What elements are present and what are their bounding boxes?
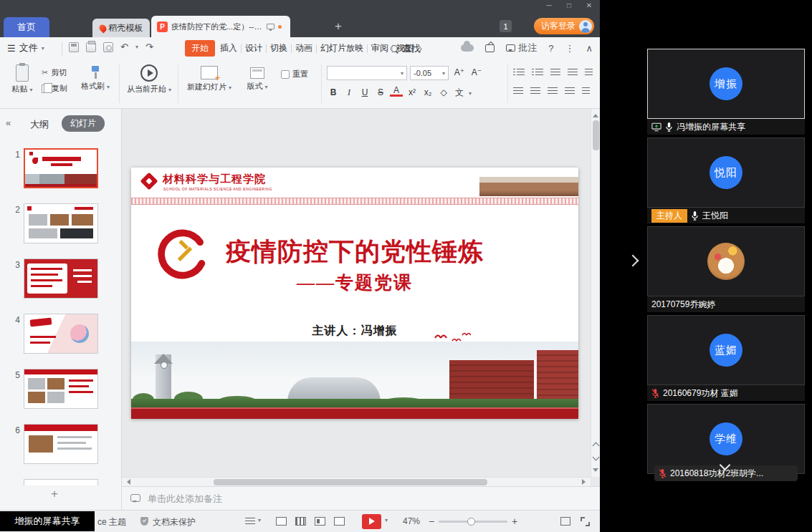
tab-document[interactable]: P 疫情防控下的党...定）--冯增振 — [151, 16, 290, 37]
slide-thumbnail-7[interactable] — [24, 479, 98, 485]
scroll-up-arrow-icon[interactable] — [593, 111, 598, 117]
subscript-button[interactable]: x₂ — [421, 86, 434, 99]
font-color-button[interactable]: A — [390, 86, 403, 97]
reading-view-button[interactable] — [315, 517, 325, 526]
increase-font-button[interactable]: A⁺ — [453, 66, 466, 79]
comment-button[interactable]: 批注 — [506, 42, 537, 54]
slide-thumbnail-4[interactable] — [24, 314, 98, 354]
align-left-button[interactable] — [513, 87, 523, 95]
protection-status[interactable]: 文档未保护 — [153, 516, 196, 528]
caret-down-icon[interactable]: ▾ — [258, 517, 261, 523]
justify-button[interactable] — [565, 87, 575, 95]
notes-bar[interactable]: 单击此处添加备注 — [122, 486, 600, 510]
find-button[interactable]: 查找 — [391, 42, 421, 55]
zoom-in-button[interactable]: + — [512, 516, 517, 527]
slide-thumbnail-3[interactable] — [24, 258, 98, 299]
help-button[interactable]: ? — [548, 43, 553, 54]
distribute-button[interactable] — [582, 87, 590, 95]
strikethrough-button[interactable]: S — [374, 86, 387, 99]
cut-button[interactable]: ✂剪切 — [42, 67, 67, 78]
share-button[interactable] — [485, 44, 495, 52]
clear-format-button[interactable]: ◇ — [437, 86, 450, 99]
ribbon-tab-slideshow[interactable]: 幻灯片放映 — [317, 40, 367, 57]
numbered-list-button[interactable] — [532, 69, 543, 76]
slideshow-options-caret-icon[interactable]: ▾ — [385, 517, 388, 523]
align-right-button[interactable] — [548, 87, 558, 95]
reset-button[interactable]: 重置 — [281, 69, 308, 79]
scroll-right-arrow-icon[interactable] — [582, 479, 588, 485]
align-center-button[interactable] — [530, 87, 540, 95]
bullet-list-button[interactable] — [513, 69, 525, 76]
notes-placeholder[interactable]: 单击此处添加备注 — [148, 493, 222, 506]
decrease-font-button[interactable]: A⁻ — [470, 66, 483, 79]
window-maximize-button[interactable]: □ — [564, 1, 574, 9]
window-minimize-button[interactable]: ─ — [544, 1, 554, 9]
line-spacing-button[interactable] — [585, 69, 593, 76]
format-painter-button[interactable]: 格式刷 ▾ — [76, 63, 115, 92]
scroll-left-arrow-icon[interactable] — [124, 479, 130, 485]
underline-button[interactable]: U — [358, 86, 371, 99]
window-close-button[interactable]: ✕ — [584, 1, 594, 9]
slide-title[interactable]: 疫情防控下的党性锤炼 — [131, 235, 578, 269]
italic-button[interactable]: I — [343, 86, 355, 99]
tab-template-store[interactable]: 稻壳模板 — [92, 19, 150, 37]
add-slide-button[interactable]: + — [44, 487, 65, 503]
school-name[interactable]: 材料科学与工程学院 — [163, 173, 266, 186]
guest-login-button[interactable]: 访客登录 — [534, 18, 594, 34]
new-tab-button[interactable]: + — [331, 19, 345, 34]
ribbon-tab-insert[interactable]: 插入 — [216, 40, 241, 57]
zoom-slider-knob[interactable] — [467, 518, 475, 526]
participant-video-wangyueyang[interactable]: 悦阳 — [647, 137, 805, 208]
redo-button[interactable]: ↷ — [145, 42, 153, 52]
ribbon-tab-animation[interactable]: 动画 — [292, 40, 316, 57]
superscript-button[interactable]: x² — [406, 86, 419, 99]
zoom-level[interactable]: 47% — [403, 516, 420, 526]
normal-view-button[interactable] — [276, 517, 287, 526]
undo-caret-icon[interactable]: ▾ — [135, 44, 138, 50]
fit-slide-button[interactable] — [560, 517, 570, 526]
horizontal-scroll-thumb[interactable] — [214, 479, 487, 485]
horizontal-scrollbar[interactable] — [122, 477, 591, 486]
slide-thumbnail-2[interactable] — [24, 203, 98, 243]
zoom-out-button[interactable]: − — [429, 516, 434, 527]
vertical-scrollbar[interactable] — [591, 109, 600, 477]
slide-canvas[interactable]: 材料科学与工程学院 SCHOOL OF MATERIALS SCIENCE AN… — [131, 168, 578, 419]
slideshow-play-button[interactable] — [362, 514, 381, 529]
ribbon-tab-transition[interactable]: 切换 — [267, 40, 291, 57]
ribbon-tab-review[interactable]: 审阅 — [368, 40, 392, 57]
slide-thumbnail-1[interactable] — [24, 148, 98, 188]
participant-video-lanmei[interactable]: 蓝媚 — [647, 315, 805, 385]
previous-slide-button[interactable] — [593, 442, 600, 450]
save-button[interactable] — [69, 42, 79, 52]
undo-button[interactable]: ↶ — [120, 42, 128, 52]
play-from-current-button[interactable]: 从当前开始 ▾ — [123, 63, 175, 95]
scroll-down-arrow-icon[interactable] — [593, 468, 598, 475]
font-size-combo[interactable]: -0.05▾ — [410, 66, 449, 80]
slide-sorter-button[interactable] — [295, 517, 306, 526]
increase-indent-button[interactable] — [568, 69, 578, 76]
slide-subtitle[interactable]: ——专题党课 — [131, 271, 578, 294]
fullscreen-button[interactable] — [581, 517, 590, 526]
phonetic-guide-button[interactable]: 文 — [453, 86, 466, 99]
layout-button[interactable]: 版式 ▾ — [239, 63, 275, 92]
window-count-badge[interactable]: 1 — [500, 20, 512, 32]
print-button[interactable] — [86, 42, 96, 52]
more-button[interactable]: ⋮ — [565, 43, 574, 54]
notes-toggle-button[interactable] — [245, 518, 255, 525]
tab-home[interactable]: 首页 — [4, 17, 49, 37]
vertical-scroll-thumb[interactable] — [593, 120, 599, 150]
ribbon-tab-design[interactable]: 设计 — [242, 40, 266, 57]
next-slide-button[interactable] — [593, 454, 600, 461]
bold-button[interactable]: B — [327, 86, 340, 99]
file-menu-button[interactable]: ☰ 文件 ▾ — [7, 42, 44, 54]
decrease-indent-button[interactable] — [550, 69, 560, 76]
participant-video-fengzengzhen[interactable]: 增振 — [647, 49, 805, 119]
print-preview-button[interactable] — [103, 42, 113, 52]
paste-button[interactable]: 粘贴 ▾ — [6, 63, 39, 95]
cloud-sync-icon[interactable] — [461, 44, 474, 52]
new-slide-button[interactable]: 新建幻灯片 ▾ — [182, 63, 237, 92]
collapse-ribbon-button[interactable]: ∧ — [586, 43, 593, 54]
participant-video-qiaowanting[interactable] — [647, 226, 805, 296]
slide-speaker[interactable]: 主讲人：冯增振 — [131, 324, 578, 339]
slide-thumbnail-6[interactable] — [24, 424, 98, 464]
